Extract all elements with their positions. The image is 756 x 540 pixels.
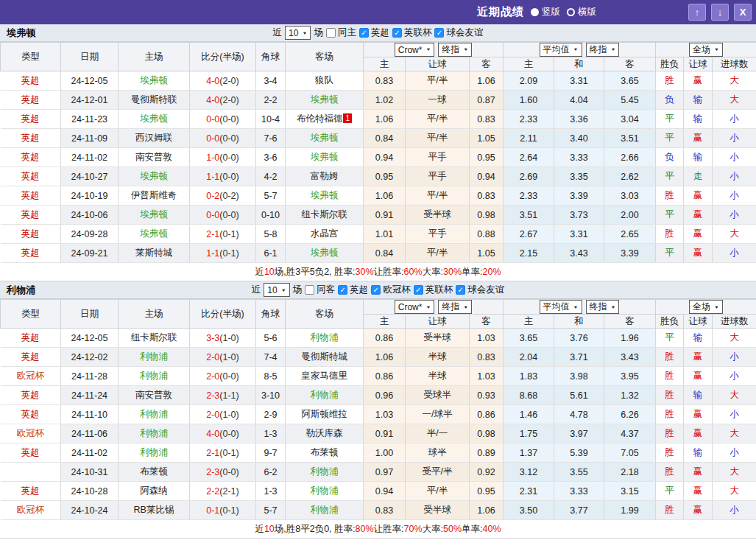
league-checkbox[interactable] bbox=[414, 285, 423, 295]
col-header-home: 主场 bbox=[119, 300, 190, 329]
dropdown-caret-icon: ▼ bbox=[611, 48, 616, 52]
result-handicap: 走 bbox=[684, 167, 713, 186]
league-filter[interactable]: 英超 bbox=[338, 284, 369, 296]
league-badge: 英超 bbox=[1, 71, 61, 91]
sub-header-avg-home: 主 bbox=[504, 315, 554, 329]
handicap-home-odds: 0.91 bbox=[364, 206, 406, 225]
league-badge: 英超 bbox=[1, 110, 61, 129]
handicap-line: 一球 bbox=[406, 91, 470, 110]
home-team: 埃弗顿 bbox=[119, 71, 190, 91]
close-button[interactable]: X bbox=[734, 4, 752, 21]
match-scope-select[interactable]: 全场▼ bbox=[689, 43, 723, 57]
avg-draw-odds: 3.98 bbox=[554, 367, 604, 386]
result-goals: 小 bbox=[713, 501, 756, 520]
bookmaker-select[interactable]: Crow*▼ bbox=[395, 300, 435, 314]
europe-stage-select[interactable]: 终指▼ bbox=[586, 300, 620, 314]
match-date: 24-10-24 bbox=[61, 501, 119, 520]
table-row: 英超24-09-21莱斯特城1-1(0-1)6-1埃弗顿0.84平/半1.052… bbox=[1, 244, 756, 263]
result-outcome: 负 bbox=[656, 148, 684, 167]
result-outcome: 胜 bbox=[656, 186, 684, 206]
handicap-away-odds: 1.05 bbox=[470, 244, 504, 263]
avg-draw-odds: 3.55 bbox=[554, 463, 604, 482]
league-checkbox[interactable] bbox=[434, 28, 444, 38]
league-label: 英联杯 bbox=[403, 27, 433, 39]
league-checkbox[interactable] bbox=[359, 28, 369, 38]
away-team: 布伦特福德1 bbox=[286, 110, 364, 129]
layout-option-horizontal[interactable]: 横版 bbox=[567, 6, 596, 18]
col-header-type: 类型 bbox=[1, 300, 61, 329]
move-down-button[interactable]: ↓ bbox=[711, 4, 729, 21]
table-row: 英超24-12-02利物浦2-0(1-0)7-4曼彻斯特城1.06半球0.832… bbox=[1, 348, 756, 367]
matches-label: 场 bbox=[292, 284, 303, 296]
result-handicap: 赢 bbox=[684, 225, 713, 244]
summary-segment: 大率: bbox=[423, 266, 443, 278]
col-header-date: 日期 bbox=[61, 300, 119, 329]
league-checkbox[interactable] bbox=[338, 285, 347, 295]
avg-draw-odds: 3.77 bbox=[554, 501, 604, 520]
match-count-select[interactable]: 10▼ bbox=[264, 283, 289, 297]
col-header-score: 比分(半场) bbox=[190, 43, 256, 71]
score-cell: 2-3(1-1) bbox=[190, 386, 256, 405]
radio-unselected-icon[interactable] bbox=[567, 8, 575, 16]
result-handicap: 赢 bbox=[684, 186, 713, 206]
league-filter[interactable]: 欧冠杯 bbox=[371, 284, 411, 296]
average-odds-select[interactable]: 平均值▼ bbox=[540, 300, 582, 314]
same-venue-filter[interactable]: 同主 bbox=[326, 27, 357, 39]
avg-draw-odds: 3.40 bbox=[554, 129, 604, 148]
same-venue-checkbox[interactable] bbox=[305, 285, 314, 295]
avg-away-odds: 2.62 bbox=[604, 167, 656, 186]
handicap-line: 半/一 bbox=[406, 424, 470, 443]
handicap-home-odds: 0.84 bbox=[364, 244, 406, 263]
team-section: 埃弗顿近10▼场同主英超英联杯球会友谊类型日期主场比分(半场)角球客场Crow*… bbox=[0, 24, 756, 281]
match-count-select[interactable]: 10▼ bbox=[285, 26, 311, 40]
league-filter[interactable]: 球会友谊 bbox=[456, 284, 505, 296]
score-cell: 2-1(0-1) bbox=[190, 225, 256, 244]
match-scope-select[interactable]: 全场▼ bbox=[689, 300, 723, 314]
avg-away-odds: 1.99 bbox=[604, 501, 656, 520]
result-outcome: 胜 bbox=[656, 443, 684, 463]
avg-draw-odds: 5.39 bbox=[554, 443, 604, 463]
average-odds-select[interactable]: 平均值▼ bbox=[540, 43, 582, 57]
move-up-button[interactable]: ↑ bbox=[688, 4, 706, 21]
league-checkbox[interactable] bbox=[392, 28, 402, 38]
handicap-line: 受平/半 bbox=[406, 463, 470, 482]
handicap-away-odds: 0.83 bbox=[470, 186, 504, 206]
odds-group-dropdowns: Crow*▼终指▼ bbox=[364, 300, 503, 314]
result-goals: 小 bbox=[713, 244, 756, 263]
dropdown-caret-icon: ▼ bbox=[425, 305, 431, 309]
league-filter[interactable]: 球会友谊 bbox=[434, 27, 484, 39]
summary-segment: 10 bbox=[264, 524, 275, 534]
match-date: 24-12-01 bbox=[61, 91, 119, 110]
home-team: 利物浦 bbox=[119, 405, 190, 424]
bookmaker-select[interactable]: Crow*▼ bbox=[395, 43, 435, 57]
league-checkbox[interactable] bbox=[371, 285, 381, 295]
avg-draw-odds: 4.04 bbox=[554, 91, 604, 110]
handicap-line: 半球 bbox=[406, 348, 470, 367]
same-venue-label: 同客 bbox=[316, 284, 336, 296]
table-row: 英超24-11-09西汉姆联0-0(0-0)7-6埃弗顿0.84平/半1.052… bbox=[1, 129, 756, 148]
same-venue-filter[interactable]: 同客 bbox=[305, 284, 336, 296]
league-filter[interactable]: 英联杯 bbox=[414, 284, 454, 296]
radio-selected-icon[interactable] bbox=[531, 8, 539, 16]
sub-header-handicap-away: 客 bbox=[470, 315, 504, 329]
score-cell: 0-0(0-0) bbox=[190, 129, 256, 148]
corner-score: 3-10 bbox=[256, 386, 286, 405]
away-team: 阿斯顿维拉 bbox=[286, 405, 364, 424]
avg-home-odds: 3.12 bbox=[504, 463, 554, 482]
match-date: 24-10-27 bbox=[61, 167, 119, 186]
same-venue-checkbox[interactable] bbox=[326, 28, 336, 38]
full-time-score: 4-0 bbox=[206, 76, 219, 86]
half-time-score: (2-0) bbox=[219, 95, 239, 105]
summary-segment: 近 bbox=[255, 266, 264, 278]
score-cell: 1-0(0-0) bbox=[190, 148, 256, 167]
layout-option-vertical[interactable]: 竖版 bbox=[531, 6, 560, 18]
europe-stage-select[interactable]: 终指▼ bbox=[586, 43, 620, 57]
corner-score: 1-3 bbox=[256, 482, 286, 501]
league-filter[interactable]: 英联杯 bbox=[392, 27, 433, 39]
league-filter[interactable]: 英超 bbox=[359, 27, 390, 39]
league-checkbox[interactable] bbox=[456, 285, 465, 295]
table-row: 欧冠杯24-11-06利物浦4-0(0-0)1-3勒沃库森0.91半/一0.98… bbox=[1, 424, 756, 443]
handicap-stage-select[interactable]: 终指▼ bbox=[438, 300, 472, 314]
handicap-stage-select[interactable]: 终指▼ bbox=[438, 43, 472, 57]
full-time-score: 3-3 bbox=[206, 333, 219, 343]
